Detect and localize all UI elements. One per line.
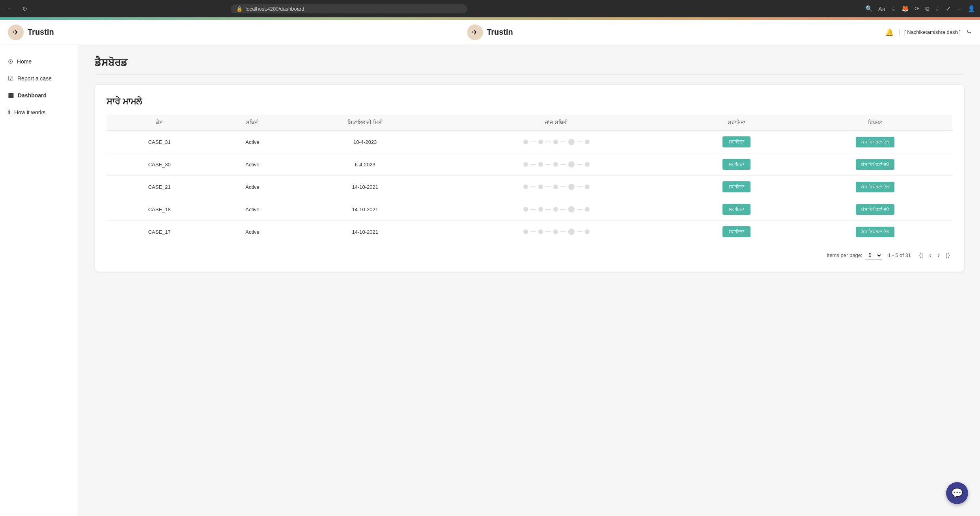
col-status: ਸਥਿਤੀ — [212, 115, 292, 131]
dashboard-card: ਸਾਰੇ ਮਾਮਲੇ ਕੇਸ ਸਥਿਤੀ ਸ਼ਿਕਾਇਤ ਦੀ ਮਿਤੀ ਜਾਂ… — [95, 85, 964, 272]
last-page-button[interactable]: |⟩ — [944, 251, 952, 260]
cases-table: ਕੇਸ ਸਥਿਤੀ ਸ਼ਿਕਾਇਤ ਦੀ ਮਿਤੀ ਜਾਂਚ ਸਥਿਤੀ ਸਹਾ… — [106, 115, 952, 243]
cell-status: Active — [212, 131, 292, 153]
user-label: [ Nachiketamishra dash ] — [899, 29, 961, 35]
cell-case: CASE_18 — [106, 198, 212, 221]
info-icon: ℹ — [8, 108, 10, 116]
url-text: localhost:4200/dashboard — [246, 6, 304, 12]
brand-name-center: TrustIn — [487, 28, 513, 37]
brand-name-left: TrustIn — [28, 28, 54, 37]
main-content: ਡੈਸਬੋਰਡ ਸਾਰੇ ਮਾਮਲੇ ਕੇਸ ਸਥਿਤੀ ਸ਼ਿਕਾਇਤ ਦੀ … — [79, 45, 980, 516]
cell-status: Active — [212, 198, 292, 221]
brand-center: ✈ TrustIn — [467, 24, 513, 40]
table-header-row: ਕੇਸ ਸਥਿਤੀ ਸ਼ਿਕਾਇਤ ਦੀ ਮਿਤੀ ਜਾਂਚ ਸਥਿਤੀ ਸਹਾ… — [106, 115, 952, 131]
more-icon[interactable]: ⋯ — [956, 5, 962, 12]
cell-report[interactable]: ਕੇਸ ਰਿਪੋਰਟਾਂ ਦੇਖੋ — [798, 198, 952, 221]
home-icon: ⊙ — [8, 58, 13, 65]
sidebar-item-how-it-works[interactable]: ℹ How it works — [0, 104, 78, 121]
dashboard-icon: ▦ — [8, 91, 14, 99]
chat-icon: 💬 — [951, 488, 963, 499]
table-row: CASE_30 Active 6-4-2023 ਸਹਾਇਤਾ ਕੇਸ ਰਿਪੋਰ… — [106, 153, 952, 176]
cell-status: Active — [212, 221, 292, 243]
view-report-button[interactable]: ਕੇਸ ਰਿਪੋਰਟਾਂ ਦੇਖੋ — [856, 182, 894, 192]
chat-fab-button[interactable]: 💬 — [946, 482, 968, 504]
cell-case: CASE_30 — [106, 153, 212, 176]
cell-status: Active — [212, 176, 292, 198]
col-date: ਸ਼ਿਕਾਇਤ ਦੀ ਮਿਤੀ — [293, 115, 438, 131]
star-icon[interactable]: ☆ — [891, 5, 896, 12]
share-icon[interactable]: ⤢ — [946, 5, 951, 12]
cell-report[interactable]: ਕੇਸ ਰਿਪੋਰਟਾਂ ਦੇਖੋ — [798, 153, 952, 176]
bookmark-icon[interactable]: ☆ — [935, 5, 940, 12]
page-info: 1 - 5 of 31 — [888, 252, 911, 258]
help-button[interactable]: ਸਹਾਇਤਾ — [722, 226, 750, 237]
pagination-row: Items per page: 5 10 25 1 - 5 of 31 ⟨| ‹… — [106, 251, 952, 260]
table-row: CASE_17 Active 14-10-2021 ਸਹਾਇਤਾ ਕੇਸ ਰਿਪ… — [106, 221, 952, 243]
sync-icon[interactable]: ⟳ — [915, 5, 920, 12]
items-per-page-label: Items per page: — [827, 252, 862, 258]
card-title: ਸਾਰੇ ਮਾਮਲੇ — [106, 97, 952, 107]
reader-icon[interactable]: Aa — [878, 6, 885, 12]
cell-help[interactable]: ਸਹਾਇਤਾ — [676, 221, 798, 243]
items-per-page: Items per page: 5 10 25 — [827, 251, 882, 260]
sidebar: ⊙ Home ☑ Report a case ▦ Dashboard ℹ How… — [0, 45, 79, 516]
cell-investigation-status — [438, 131, 676, 153]
cell-report[interactable]: ਕੇਸ ਰਿਪੋਰਟਾਂ ਦੇਖੋ — [798, 221, 952, 243]
first-page-button[interactable]: ⟨| — [917, 251, 925, 260]
address-bar[interactable]: 🔒 localhost:4200/dashboard — [231, 4, 467, 13]
cell-report[interactable]: ਕੇਸ ਰਿਪੋਰਟਾਂ ਦੇਖੋ — [798, 131, 952, 153]
help-button[interactable]: ਸਹਾਇਤਾ — [722, 204, 750, 215]
cell-investigation-status — [438, 176, 676, 198]
view-report-button[interactable]: ਕੇਸ ਰਿਪੋਰਟਾਂ ਦੇਖੋ — [856, 159, 894, 170]
help-button[interactable]: ਸਹਾਇਤਾ — [722, 181, 750, 192]
sidebar-label-home: Home — [17, 58, 32, 65]
cell-help[interactable]: ਸਹਾਇਤਾ — [676, 131, 798, 153]
cell-help[interactable]: ਸਹਾਇਤਾ — [676, 153, 798, 176]
cell-date: 14-10-2021 — [293, 221, 438, 243]
refresh-button[interactable]: ↻ — [20, 4, 30, 13]
view-report-button[interactable]: ਕੇਸ ਰਿਪੋਰਟਾਂ ਦੇਖੋ — [856, 204, 894, 215]
cell-investigation-status — [438, 198, 676, 221]
cell-investigation-status — [438, 221, 676, 243]
sidebar-item-report[interactable]: ☑ Report a case — [0, 70, 78, 87]
help-button[interactable]: ਸਹਾਇਤਾ — [722, 159, 750, 170]
page-title: ਡੈਸਬੋਰਡ — [95, 57, 964, 75]
extension-icon[interactable]: 🦊 — [902, 5, 909, 12]
sidebar-label-report: Report a case — [17, 75, 52, 82]
cell-date: 14-10-2021 — [293, 176, 438, 198]
cell-help[interactable]: ਸਹਾਇਤਾ — [676, 176, 798, 198]
cell-case: CASE_21 — [106, 176, 212, 198]
view-report-button[interactable]: ਕੇਸ ਰਿਪੋਰਟਾਂ ਦੇਖੋ — [856, 227, 894, 237]
next-page-button[interactable]: › — [935, 251, 942, 260]
page-nav: ⟨| ‹ › |⟩ — [917, 251, 952, 260]
notification-bell-icon[interactable]: 🔔 — [885, 28, 894, 37]
exit-icon[interactable]: ⤷ — [966, 28, 972, 37]
cell-help[interactable]: ਸਹਾਇਤਾ — [676, 198, 798, 221]
cell-report[interactable]: ਕੇਸ ਰਿਪੋਰਟਾਂ ਦੇਖੋ — [798, 176, 952, 198]
brand-logo-left: ✈ — [8, 24, 24, 40]
col-investigation: ਜਾਂਚ ਸਥਿਤੀ — [438, 115, 676, 131]
cell-date: 14-10-2021 — [293, 198, 438, 221]
col-help: ਸਹਾਇਤਾ — [676, 115, 798, 131]
help-button[interactable]: ਸਹਾਇਤਾ — [722, 136, 750, 147]
app-header: ✈ TrustIn ✈ TrustIn 🔔 [ Nachiketamishra … — [0, 20, 980, 45]
view-report-button[interactable]: ਕੇਸ ਰਿਪੋਰਟਾਂ ਦੇਖੋ — [856, 137, 894, 147]
split-icon[interactable]: ⧉ — [925, 5, 930, 12]
cell-date: 10-4-2023 — [293, 131, 438, 153]
sidebar-item-dashboard[interactable]: ▦ Dashboard — [0, 87, 78, 104]
prev-page-button[interactable]: ‹ — [927, 251, 933, 260]
profile-icon[interactable]: 👤 — [968, 5, 975, 12]
table-row: CASE_31 Active 10-4-2023 ਸਹਾਇਤਾ ਕੇਸ ਰਿਪੋ… — [106, 131, 952, 153]
header-right: 🔔 [ Nachiketamishra dash ] ⤷ — [885, 28, 972, 37]
cell-date: 6-4-2023 — [293, 153, 438, 176]
brand-logo-center: ✈ — [467, 24, 483, 40]
items-per-page-select[interactable]: 5 10 25 — [865, 251, 882, 260]
cell-status: Active — [212, 153, 292, 176]
col-case: ਕੇਸ — [106, 115, 212, 131]
back-button[interactable]: ← — [5, 4, 16, 13]
table-row: CASE_18 Active 14-10-2021 ਸਹਾਇਤਾ ਕੇਸ ਰਿਪ… — [106, 198, 952, 221]
sidebar-item-home[interactable]: ⊙ Home — [0, 53, 78, 70]
cell-case: CASE_17 — [106, 221, 212, 243]
sidebar-label-how-it-works: How it works — [14, 109, 45, 115]
search-browser-icon[interactable]: 🔍 — [865, 5, 873, 12]
